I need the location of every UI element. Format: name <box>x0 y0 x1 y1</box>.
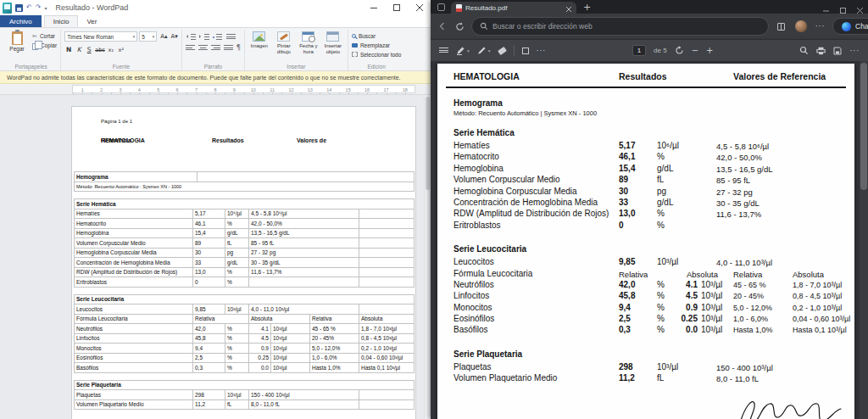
eraser-icon[interactable] <box>498 48 506 53</box>
reference-relative: 1,0 - 6,0% <box>733 315 768 323</box>
grow-font-button[interactable]: A▴ <box>160 33 167 40</box>
font-style-button[interactable]: N <box>64 45 73 54</box>
chat-button[interactable]: Chat <box>832 18 868 35</box>
analyte-name: Hematocrito <box>75 219 193 228</box>
pdf-more-icon[interactable]: ··· <box>849 47 860 55</box>
ruler-number: 6 <box>168 86 186 92</box>
page-number-input[interactable]: 1 <box>632 45 646 56</box>
toolbar-more-icon[interactable]: ··· <box>537 47 547 55</box>
relative-unit: % <box>225 334 249 344</box>
report-title: HEMATOLOGIA <box>453 71 520 81</box>
qat-dropdown-icon[interactable]: ▾ <box>44 5 47 11</box>
font-style-button[interactable]: K <box>75 45 83 54</box>
maximize-button[interactable] <box>385 0 408 15</box>
font-family-select[interactable]: Times New Roman ▾ <box>64 31 137 42</box>
ruler-number: 4 <box>130 86 148 92</box>
scrollbar-thumb[interactable] <box>426 97 430 190</box>
analyte-name: Hematíes <box>453 141 490 150</box>
tab-title: Resultado.pdf <box>465 4 563 12</box>
back-icon[interactable] <box>436 22 448 31</box>
save-icon[interactable] <box>15 4 23 12</box>
edit-menu-item[interactable]: Buscar <box>352 31 401 40</box>
document-scrollbar[interactable] <box>424 95 431 419</box>
justify-icon[interactable] <box>224 44 233 52</box>
undo-icon[interactable]: ↶ <box>26 3 32 12</box>
insert-button[interactable]: Insertar objeto <box>322 31 344 54</box>
insert-button[interactable]: Imagen <box>248 31 270 54</box>
close-button[interactable] <box>408 0 431 15</box>
line-spacing-icon[interactable] <box>226 33 236 41</box>
hemograma-block: Hemograma Método: Recuento Automático : … <box>74 171 415 192</box>
cut-button[interactable]: ✂ Cortar <box>32 31 57 41</box>
fit-page-icon[interactable] <box>522 47 529 54</box>
zoom-in-icon[interactable]: + <box>706 47 713 55</box>
tab-actions-icon[interactable] <box>437 3 445 11</box>
result-unit: pg <box>657 187 666 196</box>
menu-tab-archivo[interactable]: Archivo <box>0 15 42 27</box>
pdf-viewer-area[interactable]: HEMATOLOGIA Resultados Valores de Refere… <box>431 61 868 419</box>
result-unit: 10³/µl <box>657 362 678 372</box>
edit-menu-item[interactable]: Seleccionar todo <box>352 50 401 59</box>
split-screen-icon[interactable] <box>774 23 788 31</box>
print-icon[interactable] <box>816 47 826 55</box>
scrollbar-thumb[interactable] <box>860 63 867 190</box>
absolute-value: 0.25 <box>676 314 698 323</box>
close-button[interactable] <box>857 2 863 17</box>
align-right-icon[interactable] <box>211 44 220 52</box>
reference-range: 4,5 - 5,8 10⁶/µl <box>716 142 769 151</box>
maximize-button[interactable] <box>840 2 846 17</box>
lab-result-row: Volumen Plaquetario Medio 11,2 fL 8,0 - … <box>437 373 854 384</box>
paragraph-dialog-icon[interactable]: ¶ <box>236 44 241 52</box>
draw-pen-icon[interactable]: ▾ <box>477 46 491 55</box>
menu-tab-inicio[interactable]: Inicio <box>44 15 79 27</box>
font-style-button[interactable]: x₂ <box>107 45 115 54</box>
reference-range: 85 - 95 fL <box>716 176 750 185</box>
font-style-button[interactable]: abc <box>95 45 105 54</box>
formula-header-row: Fórmula Leucocitaria Relativa Absoluta R… <box>75 315 414 325</box>
pdf-scrollbar[interactable] <box>860 61 868 419</box>
redo-icon[interactable]: ↷ <box>36 3 42 12</box>
wordpad-app-icon[interactable] <box>3 3 12 14</box>
pdf-favicon <box>456 4 462 12</box>
new-tab-button[interactable]: + <box>583 3 591 12</box>
copy-button[interactable]: Copiar <box>32 41 57 50</box>
reference-range: 4,0 - 11,0 10³/µl <box>716 258 772 267</box>
menu-tab-ver[interactable]: Ver <box>78 15 105 27</box>
font-size-select[interactable]: 5 ▾ <box>139 31 157 42</box>
reference-range: 8,0 - 11,0 fL <box>249 400 359 410</box>
tab-close-icon[interactable] <box>566 0 571 15</box>
paste-button[interactable]: Pegar <box>5 31 29 52</box>
address-search-input[interactable]: Buscar o escribir dirección web <box>471 17 769 36</box>
decrease-indent-icon[interactable] <box>186 33 196 41</box>
font-style-button[interactable]: S <box>85 45 93 54</box>
shrink-font-button[interactable]: A▾ <box>170 33 177 40</box>
browser-tab[interactable]: Resultado.pdf <box>451 2 576 14</box>
chevron-down-icon: ▾ <box>488 48 491 53</box>
zoom-out-icon[interactable]: − <box>692 47 698 55</box>
increase-indent-icon[interactable] <box>199 33 209 41</box>
absolute-unit: 10³/µl <box>271 344 310 353</box>
refresh-icon[interactable] <box>453 22 466 31</box>
minimize-button[interactable] <box>823 2 829 17</box>
tab-bar: Resultado.pdf + <box>431 0 868 14</box>
analyte-name: Leucocitos <box>75 304 193 314</box>
edit-menu-item[interactable]: Reemplazar <box>352 41 401 49</box>
bullet-list-icon[interactable] <box>213 33 223 41</box>
align-left-icon[interactable] <box>186 44 195 52</box>
table-of-contents-icon[interactable] <box>439 47 448 54</box>
document-area[interactable]: Página 1 de 1 HEMATOLOGIA Resultados Val… <box>0 95 431 419</box>
settings-more-icon[interactable]: ··· <box>813 22 827 31</box>
align-center-icon[interactable] <box>198 44 208 52</box>
minimize-button[interactable] <box>362 0 385 15</box>
ruler[interactable]: 123456789101112131415161718 <box>0 84 431 95</box>
rotate-icon[interactable] <box>675 46 684 55</box>
highlighter-icon[interactable]: ▾ <box>456 46 470 55</box>
save-icon[interactable] <box>833 47 842 55</box>
insert-button[interactable]: Fecha y hora <box>298 31 320 54</box>
profile-avatar[interactable] <box>793 20 808 32</box>
document-page[interactable]: Página 1 de 1 HEMATOLOGIA Resultados Val… <box>72 107 415 419</box>
font-style-button[interactable]: x² <box>117 45 125 54</box>
insert-group-label: Insertar <box>248 63 344 70</box>
insert-button[interactable]: Pintar dibujo <box>273 31 295 54</box>
find-in-document-icon[interactable] <box>799 46 809 55</box>
